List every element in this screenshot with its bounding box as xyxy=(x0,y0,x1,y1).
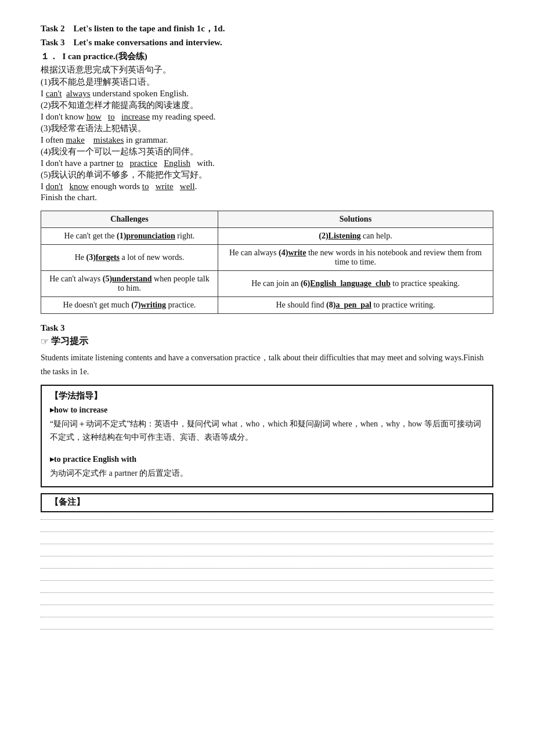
task3-label: Task 3 xyxy=(41,323,493,333)
method-content-2: 为动词不定式作 a partner 的后置定语。 xyxy=(50,466,484,480)
dotted-lines xyxy=(41,519,493,630)
study-hint: ☞ 学习提示 xyxy=(41,335,493,348)
item1-english: I can't always understand spoken English… xyxy=(41,89,493,99)
dotted-line xyxy=(41,629,493,630)
finish-chart: Finish the chart. xyxy=(41,193,493,202)
section1-number: １ xyxy=(41,52,49,61)
item2-chinese: (2)我不知道怎样才能提高我的阅读速度。 xyxy=(41,100,493,111)
item5-chinese: (5)我认识的单词不够多，不能把作文写好。 xyxy=(41,169,493,180)
challenges-table: Challenges Solutions He can't get the (1… xyxy=(41,211,493,314)
dotted-line xyxy=(41,544,493,544)
table-cell-solution3: He can join an (6)English language club … xyxy=(218,271,493,297)
table-cell-challenge4: He doesn't get much (7)writing practice. xyxy=(41,297,218,314)
task3-heading-label: Task 3 xyxy=(41,38,65,47)
table-row: He (3)forgets a lot of new words. He can… xyxy=(41,245,493,271)
table-row: He can't get the (1)pronunciation right.… xyxy=(41,228,493,245)
table-cell-solution2: He can always (4)write the new words in … xyxy=(218,245,493,271)
method-content-1: “疑问词＋动词不定式”结构：英语中，疑问代词 what，who，which 和疑… xyxy=(50,417,484,445)
task3-heading: Task 3 Let's make conversations and inte… xyxy=(41,38,493,48)
task3-heading-text: Let's make conversations and interview. xyxy=(74,38,222,47)
student-note: Students imitate listening contents and … xyxy=(41,351,493,379)
table-header-solutions: Solutions xyxy=(218,211,493,228)
table-header-challenges: Challenges xyxy=(41,211,218,228)
table-cell-challenge1: He can't get the (1)pronunciation right. xyxy=(41,228,218,245)
dotted-line xyxy=(41,531,493,532)
dotted-line xyxy=(41,568,493,569)
section1-title: １． I can practice.(我会练) xyxy=(41,51,493,62)
dotted-line xyxy=(41,519,493,520)
section1-instruction: 根据汉语意思完成下列英语句子。 xyxy=(41,64,493,75)
task2-label: Task 2 xyxy=(41,24,65,33)
item3-chinese: (3)我经常在语法上犯错误。 xyxy=(41,123,493,134)
hint-text: 学习提示 xyxy=(51,335,88,348)
method-subtitle-1: ▸how to increase xyxy=(50,405,484,415)
beichu-box: 【备注】 xyxy=(41,493,493,512)
method-title: 【学法指导】 xyxy=(50,390,484,401)
table-cell-solution4: He should find (8)a pen pal to practice … xyxy=(218,297,493,314)
task2-text: Let's listen to the tape and finish 1c，1… xyxy=(74,24,225,33)
item4-chinese: (4)我没有一个可以一起练习英语的同伴。 xyxy=(41,146,493,157)
item5-english: I don't know enough words to write well. xyxy=(41,182,493,191)
hint-icon: ☞ xyxy=(41,336,49,347)
dotted-line xyxy=(41,556,493,556)
item1-chinese: (1)我不能总是理解英语口语。 xyxy=(41,77,493,88)
dotted-line xyxy=(41,592,493,593)
item4-english: I don't have a partner to practice Engli… xyxy=(41,158,493,168)
item2-english: I don't know how to increase my reading … xyxy=(41,112,493,122)
method-subtitle-2: ▸to practice English with xyxy=(50,454,484,464)
task2-heading: Task 2 Let's listen to the tape and fini… xyxy=(41,23,493,34)
table-cell-challenge3: He can't always (5)understand when peopl… xyxy=(41,271,218,297)
dotted-line xyxy=(41,617,493,617)
table-row: He doesn't get much (7)writing practice.… xyxy=(41,297,493,314)
section1-title-text: I can practice.(我会练) xyxy=(63,52,147,61)
method-box: 【学法指导】 ▸how to increase “疑问词＋动词不定式”结构：英语… xyxy=(41,385,493,487)
table-cell-challenge2: He (3)forgets a lot of new words. xyxy=(41,245,218,271)
dotted-line xyxy=(41,605,493,605)
table-row: He can't always (5)understand when peopl… xyxy=(41,271,493,297)
beichu-title: 【备注】 xyxy=(50,497,484,508)
item3-english: I often make mistakes in grammar. xyxy=(41,135,493,145)
table-cell-solution1: (2)Listening can help. xyxy=(218,228,493,245)
dotted-line xyxy=(41,580,493,581)
